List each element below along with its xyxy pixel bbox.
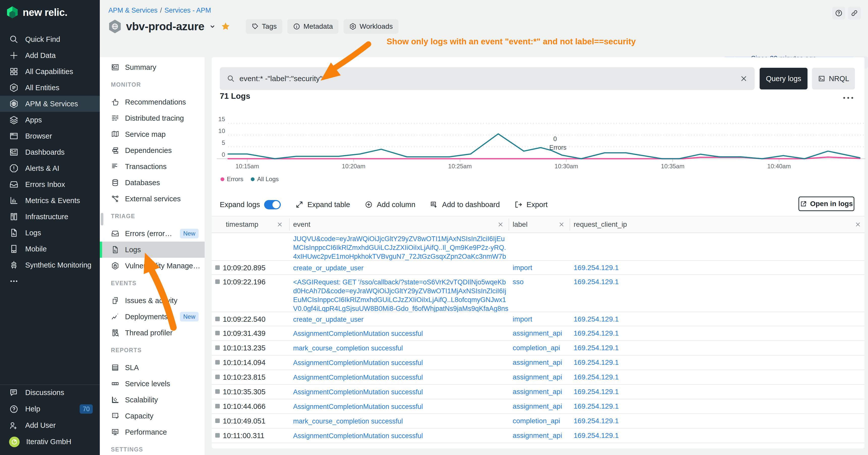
column-header-label[interactable]: label (513, 217, 527, 232)
row-severity-indicator[interactable] (215, 331, 220, 335)
cell-label-link[interactable]: assignment_api (513, 373, 562, 381)
cell-label-link[interactable]: import (513, 264, 532, 272)
subnav-item-service-levels[interactable]: Service levels (100, 376, 205, 392)
remove-column-timestamp-icon[interactable] (277, 217, 283, 232)
nrql-button[interactable]: NRQL (812, 68, 855, 90)
cell-request-client-ip-link[interactable]: 169.254.129.1 (574, 278, 619, 286)
sidebar-item-iterativ-gmbh[interactable]: Iterativ GmbH (0, 433, 100, 450)
row-severity-indicator[interactable] (215, 360, 220, 364)
table-row[interactable]: 10:10:13.235mark_course_completion succe… (212, 341, 865, 356)
subnav-item-vulnerability-management[interactable]: Vulnerability Management (100, 258, 205, 274)
cell-event-link[interactable]: AssignmentCompletionMutation successful (293, 373, 508, 382)
cell-request-client-ip-link[interactable]: 169.254.129.1 (574, 417, 619, 425)
subnav-item-sla[interactable]: SLA (100, 359, 205, 376)
copy-link-button[interactable] (848, 6, 861, 20)
sidebar-item-help[interactable]: Help70 (0, 401, 100, 417)
table-row[interactable]: 10:09:22.196<ASGIRequest: GET '/sso/call… (212, 275, 865, 312)
subnav-item-performance[interactable]: Performance (100, 424, 205, 440)
cell-event-link[interactable]: AssignmentCompletionMutation successful (293, 402, 508, 411)
cell-request-client-ip-link[interactable]: 169.254.129.1 (574, 388, 619, 396)
query-text[interactable]: event:* -"label":"security" (240, 74, 736, 83)
table-row[interactable]: 10:10:23.815AssignmentCompletionMutation… (212, 370, 865, 385)
add-to-dashboard-button[interactable]: Add to dashboard (430, 200, 500, 209)
sidebar-item-apm-services[interactable]: APM & Services (0, 96, 100, 112)
cell-event-link[interactable]: AssignmentCompletionMutation successful (293, 431, 508, 441)
sidebar-item-infrastructure[interactable]: Infrastructure (0, 208, 100, 225)
subnav-item-external-services[interactable]: External services (100, 191, 205, 207)
cell-event-link[interactable]: AssignmentCompletionMutation successful (293, 329, 508, 338)
cell-request-client-ip-link[interactable]: 169.254.129.1 (574, 358, 619, 366)
cell-label-link[interactable]: import (513, 315, 532, 323)
logs-timeseries-chart[interactable]: 15105010:15am10:20am10:25am10:30am10:35a… (212, 108, 866, 176)
sidebar-item-all-capabilities[interactable]: All Capabilities (0, 64, 100, 79)
cell-request-client-ip-link[interactable]: 169.254.129.1 (574, 431, 619, 440)
subnav-item-capacity[interactable]: Capacity (100, 408, 205, 424)
cell-label-link[interactable]: completion_api (513, 344, 560, 352)
sidebar-item-apps[interactable]: Apps (0, 112, 100, 128)
row-severity-indicator[interactable] (215, 389, 220, 394)
subnav-item-logs[interactable]: Logs (100, 241, 205, 258)
sidebar-item-mobile[interactable]: Mobile (0, 241, 100, 257)
row-severity-indicator[interactable] (215, 375, 220, 379)
cell-label-link[interactable]: assignment_api (513, 402, 562, 411)
subnav-item-summary[interactable]: Summary (100, 59, 205, 75)
cell-label-link[interactable]: assignment_api (513, 329, 562, 337)
sidebar-item-browser[interactable]: Browser (0, 128, 100, 144)
subnav-item-thread-profiler[interactable]: Thread profiler (100, 325, 205, 341)
column-header-event[interactable]: event (293, 217, 310, 232)
sidebar-item-add-data[interactable]: Add Data (0, 47, 100, 64)
sidebar-item-discussions[interactable]: Discussions (0, 385, 100, 401)
cell-label-link[interactable]: sso (513, 278, 524, 286)
sidebar-item-logs[interactable]: Logs (0, 225, 100, 241)
row-severity-indicator[interactable] (215, 433, 220, 437)
subnav-item-recommendations[interactable]: Recommendations (100, 94, 205, 110)
cell-request-client-ip-link[interactable]: 169.254.129.1 (574, 344, 619, 352)
cell-request-client-ip-link[interactable]: 169.254.129.1 (574, 264, 619, 272)
close-icon[interactable] (740, 75, 747, 83)
subnav-item-errors-errors-inb[interactable]: Errors (errors inb...New (100, 226, 205, 241)
table-row[interactable]: 10:09:31.439AssignmentCompletionMutation… (212, 326, 865, 341)
expand-table-button[interactable]: Expand table (296, 200, 350, 209)
remove-column-label-icon[interactable] (558, 217, 564, 232)
cell-request-client-ip-link[interactable]: 169.254.129.1 (574, 402, 619, 411)
export-button[interactable]: Export (515, 200, 548, 209)
sidebar-item-add-user[interactable]: Add User (0, 417, 100, 433)
open-in-logs-button[interactable]: Open in logs (799, 196, 855, 211)
subnav-item-transactions[interactable]: Transactions (100, 159, 205, 174)
row-severity-indicator[interactable] (215, 419, 220, 423)
cell-event-link[interactable]: mark_course_completion successful (293, 344, 508, 353)
subnav-item-scalability[interactable]: Scalability (100, 392, 205, 408)
metadata-chip[interactable]: Metadata (287, 19, 339, 34)
sidebar-item-alerts-ai[interactable]: Alerts & AI (0, 160, 100, 176)
cell-request-client-ip-link[interactable]: 169.254.129.1 (574, 373, 619, 381)
row-severity-indicator[interactable] (215, 265, 220, 270)
sidebar-item-metrics-events[interactable]: Metrics & Events (0, 193, 100, 208)
title-chevron-down-icon[interactable] (209, 23, 216, 30)
row-severity-indicator[interactable] (215, 280, 220, 284)
table-row[interactable]: 10:10:14.094AssignmentCompletionMutation… (212, 356, 865, 370)
table-row[interactable]: 10:09:22.540create_or_update_userimport1… (212, 312, 865, 326)
remove-column-request-client-ip-icon[interactable] (855, 217, 861, 232)
column-header-timestamp[interactable]: timestamp (226, 217, 258, 232)
favorite-star-icon[interactable] (220, 22, 230, 32)
sidebar-item-errors-inbox[interactable]: Errors Inbox (0, 176, 100, 193)
row-severity-indicator[interactable] (215, 317, 220, 321)
expand-logs-toggle[interactable] (264, 200, 281, 209)
sidebar-item-synthetic-monitoring[interactable]: Synthetic Monitoring (0, 257, 100, 273)
sidebar-item-dashboards[interactable]: Dashboards (0, 144, 100, 160)
query-logs-button[interactable]: Query logs (760, 68, 807, 90)
cell-label-link[interactable]: assignment_api (513, 388, 562, 396)
row-severity-indicator[interactable] (215, 346, 220, 350)
row-severity-indicator[interactable] (215, 404, 220, 409)
cell-event-link[interactable]: AssignmentCompletionMutation successful (293, 358, 508, 367)
subnav-scrollbar[interactable] (101, 213, 103, 226)
legend-errors[interactable]: Errors (220, 175, 243, 183)
table-row[interactable]: 10:10:44.066AssignmentCompletionMutation… (212, 399, 865, 414)
subnav-item-issues-activity[interactable]: Issues & activity (100, 292, 205, 308)
subnav-item-deployments[interactable]: DeploymentsNew (100, 308, 205, 325)
cell-label-link[interactable]: completion_api (513, 417, 560, 425)
breadcrumb-apm-services[interactable]: APM & Services (108, 6, 157, 14)
table-row[interactable]: 10:09:20.895create_or_update_userimport1… (212, 261, 865, 275)
sidebar-item-all-entities[interactable]: All Entities (0, 79, 100, 96)
table-row[interactable]: 10:10:35.305AssignmentCompletionMutation… (212, 385, 865, 399)
